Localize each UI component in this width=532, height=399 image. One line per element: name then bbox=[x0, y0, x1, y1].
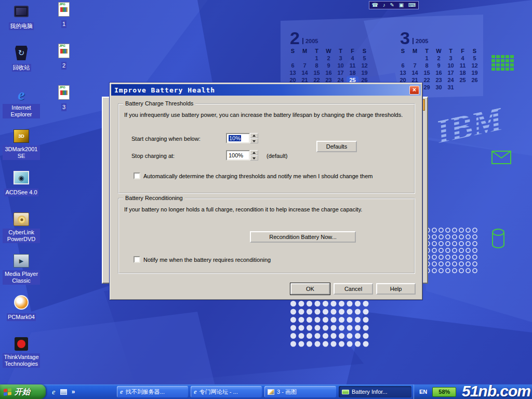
spin-down-icon[interactable] bbox=[250, 155, 258, 161]
desktop-icon-label: ACDSee 4.0 bbox=[4, 189, 38, 196]
calendar-day-header: S bbox=[397, 47, 409, 55]
desktop-icon-acdsee[interactable]: ◉ACDSee 4.0 bbox=[2, 169, 41, 196]
desktop-icon-media-player-classic[interactable]: ▶Media Player Classic bbox=[2, 252, 41, 285]
calendar-day: 18 bbox=[457, 69, 469, 76]
notify-recondition-checkbox[interactable] bbox=[134, 256, 140, 263]
desktop-icon-thinkvantage[interactable]: ThinkVantage Technologies bbox=[2, 336, 41, 368]
desktop-icon-internet-explorer[interactable]: eInternet Explorer bbox=[2, 86, 41, 118]
stop-threshold-spinner[interactable]: 100% bbox=[226, 150, 258, 161]
phone-icon[interactable]: ☎ bbox=[371, 2, 378, 9]
calendar-day: 8 bbox=[421, 62, 433, 69]
spin-up-icon[interactable] bbox=[250, 150, 258, 155]
calendar-day: 18 bbox=[347, 69, 358, 76]
group-title: Battery Reconditioning bbox=[123, 195, 185, 201]
desktop-icon-3dmark2001[interactable]: 3D3DMark2001 SE bbox=[2, 128, 41, 160]
calendar-day: 7 bbox=[299, 62, 311, 69]
calendar-day: 9 bbox=[433, 62, 445, 69]
calendar-day-header: W bbox=[433, 47, 445, 55]
desktop-icon-label: 1 bbox=[61, 20, 66, 28]
calendar-day: 4 bbox=[457, 55, 469, 62]
calendar-year: 2005 bbox=[302, 38, 318, 44]
calendar-month-number: 2 bbox=[290, 31, 300, 46]
desktop-icon-jpg-1[interactable]: 1 bbox=[45, 1, 83, 28]
desktop-icon-label: 3DMark2001 SE bbox=[3, 145, 40, 160]
keyboard-icon[interactable]: ⌨ bbox=[408, 2, 416, 9]
ok-button[interactable]: OK bbox=[290, 283, 330, 295]
desktop-icon-jpg-3[interactable]: 3 bbox=[45, 84, 83, 111]
calendar-day: 4 bbox=[347, 55, 358, 62]
grid-icon bbox=[491, 55, 514, 71]
acdsee-icon: ◉ bbox=[12, 169, 31, 186]
calendar-day: 13 bbox=[287, 69, 299, 76]
taskbar-task-2[interactable]: e专门网论坛 - ... bbox=[191, 386, 262, 397]
start-threshold-input[interactable]: 10% bbox=[226, 133, 250, 143]
stop-threshold-input[interactable]: 100% bbox=[226, 150, 250, 161]
calendar-day: 2 bbox=[323, 55, 335, 62]
quick-launch-expand-icon[interactable]: » bbox=[72, 388, 75, 395]
taskbar-task-3[interactable]: 3 - 画图 bbox=[264, 386, 336, 397]
auto-determine-checkbox[interactable] bbox=[134, 172, 140, 179]
group-description: If you infrequently use battery power, y… bbox=[124, 112, 411, 118]
stop-threshold-value: 100% bbox=[229, 152, 243, 158]
desktop-icon-pcmark04[interactable]: PCMark04 bbox=[2, 294, 41, 321]
help-button[interactable]: Help bbox=[376, 283, 416, 295]
taskbar-task-4[interactable]: Battery Infor... bbox=[339, 386, 411, 397]
notify-recondition-checkbox-row: Notify me when the battery requires reco… bbox=[134, 256, 409, 263]
ie-icon: e bbox=[120, 388, 123, 396]
calendar-day bbox=[287, 55, 299, 62]
task-label: 找不到服务器... bbox=[126, 388, 165, 396]
calendar-day-header: T bbox=[335, 47, 347, 55]
taskbar-task-1[interactable]: e找不到服务器... bbox=[117, 386, 188, 397]
language-indicator[interactable]: EN bbox=[419, 389, 427, 395]
recondition-battery-button[interactable]: Recondition Battery Now... bbox=[250, 231, 356, 243]
start-threshold-spinner[interactable]: 10% bbox=[226, 133, 258, 143]
pen-icon[interactable]: ✎ bbox=[390, 2, 394, 9]
calendar-day-header: T bbox=[421, 47, 433, 55]
my-computer-icon bbox=[12, 3, 31, 20]
desktop-icon-my-computer[interactable]: 我的电脑 bbox=[2, 3, 41, 30]
calendar-day bbox=[409, 55, 421, 62]
spin-up-icon[interactable] bbox=[250, 133, 258, 138]
calendar-day: 14 bbox=[409, 69, 421, 76]
desktop-icon-label: ThinkVantage Technologies bbox=[3, 353, 40, 368]
calendar-day: 17 bbox=[445, 69, 457, 76]
calendar-day: 3 bbox=[335, 55, 347, 62]
desktop-icon-jpg-2[interactable]: 2 bbox=[45, 43, 83, 70]
calendar-month-number: 3 bbox=[400, 31, 410, 46]
quick-launch-show-desktop-icon[interactable] bbox=[60, 389, 67, 395]
calendar-day bbox=[299, 55, 311, 62]
ime-language-bar[interactable]: ☎♪✎▣⌨ bbox=[369, 1, 419, 9]
spin-down-icon[interactable] bbox=[250, 138, 258, 143]
calendar-february: 2 2005 SMTWTFS12345678910111213141516171… bbox=[287, 26, 374, 91]
paint-icon bbox=[268, 389, 274, 395]
battery-tray-indicator[interactable]: 58% bbox=[432, 387, 456, 397]
calendar-day: 12 bbox=[469, 62, 481, 69]
desktop-icon-recycle-bin[interactable]: ↻回收站 bbox=[2, 45, 41, 72]
start-button[interactable]: 开始 bbox=[0, 384, 46, 399]
calendar-day: 19 bbox=[469, 69, 481, 76]
notify-recondition-label: Notify me when the battery requires reco… bbox=[143, 257, 271, 263]
calendar-day: 31 bbox=[445, 84, 457, 91]
calendar-day-header: M bbox=[299, 47, 311, 55]
calendar-day: 11 bbox=[457, 62, 469, 69]
defaults-button[interactable]: Defaults bbox=[316, 141, 357, 152]
calendar-day: 12 bbox=[358, 62, 370, 69]
calendar-day: 6 bbox=[397, 62, 409, 69]
desktop-icon-powerdvd[interactable]: CyberLink PowerDVD bbox=[2, 211, 41, 243]
desktop: IBM 2 2005 SMTWTFS1234567891011121314151… bbox=[0, 0, 532, 399]
battery-icon bbox=[342, 390, 349, 394]
calendar-day: 2 bbox=[433, 55, 445, 62]
dialog-titlebar[interactable]: Improve Battery Health × bbox=[111, 84, 421, 96]
audio-icon[interactable]: ♪ bbox=[383, 2, 385, 9]
calendar-day: 23 bbox=[433, 76, 445, 84]
calendar-day: 3 bbox=[445, 55, 457, 62]
monitor-icon[interactable]: ▣ bbox=[399, 2, 404, 9]
pcmark-icon bbox=[12, 294, 31, 311]
close-icon[interactable]: × bbox=[409, 86, 419, 95]
quick-launch-ie-icon[interactable]: e bbox=[52, 388, 56, 396]
calendar-day-header: F bbox=[457, 47, 469, 55]
calendar-day: 24 bbox=[445, 76, 457, 84]
cancel-button[interactable]: Cancel bbox=[334, 283, 373, 295]
calendar-day: 13 bbox=[397, 69, 409, 76]
auto-determine-checkbox-row: Automatically determine the charging thr… bbox=[134, 172, 409, 179]
